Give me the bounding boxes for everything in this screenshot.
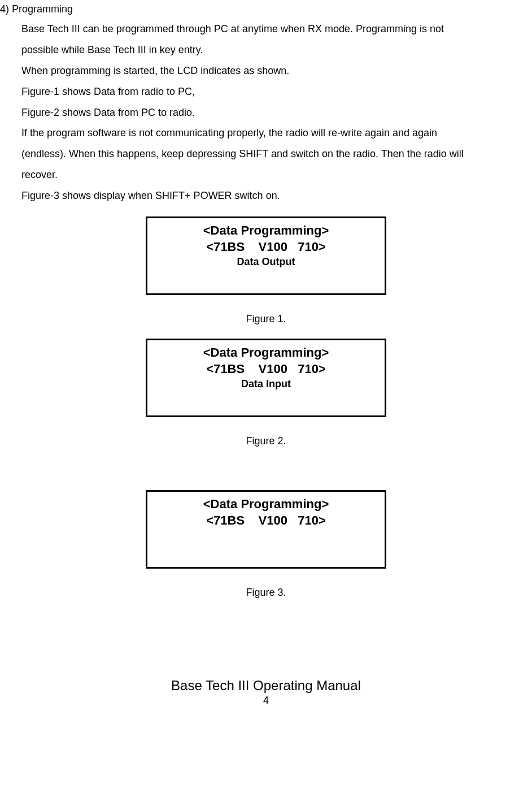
lcd-line: Data Input: [147, 378, 385, 390]
figure-caption-1: Figure 1.: [0, 313, 532, 325]
body-line: (endless). When this happens, keep depre…: [21, 144, 532, 164]
lcd-line: <71BS V100 710>: [147, 513, 385, 529]
figures-container: <Data Programming> <71BS V100 710> Data …: [0, 216, 532, 599]
body-line: recover.: [21, 164, 532, 185]
body-line: If the program software is not communica…: [21, 123, 532, 144]
footer-page-number: 4: [0, 695, 532, 707]
lcd-line: Data Output: [147, 256, 385, 268]
body-text-block: Base Tech III can be programmed through …: [21, 19, 532, 206]
lcd-line: <71BS V100 710>: [147, 239, 385, 255]
figure-caption-3: Figure 3.: [0, 587, 532, 599]
page-footer: Base Tech III Operating Manual 4: [0, 678, 532, 707]
body-line: When programming is started, the LCD ind…: [21, 60, 532, 81]
lcd-figure-1: <Data Programming> <71BS V100 710> Data …: [146, 216, 386, 295]
lcd-line: <71BS V100 710>: [147, 361, 385, 378]
document-page: 4) Programming Base Tech III can be prog…: [0, 3, 532, 724]
lcd-figure-2: <Data Programming> <71BS V100 710> Data …: [146, 339, 386, 417]
lcd-line: <Data Programming>: [147, 345, 385, 361]
body-line: possible while Base Tech III in key entr…: [21, 40, 532, 60]
section-heading: 4) Programming: [0, 3, 532, 15]
figure-caption-2: Figure 2.: [0, 435, 532, 447]
body-line: Figure-2 shows Data from PC to radio.: [21, 102, 532, 123]
spacer: [0, 461, 532, 490]
lcd-line: <Data Programming>: [147, 223, 385, 239]
lcd-line: <Data Programming>: [147, 496, 385, 513]
body-line: Figure-1 shows Data from radio to PC,: [21, 81, 532, 102]
body-line: Figure-3 shows display when SHIFT+ POWER…: [21, 185, 532, 206]
footer-title: Base Tech III Operating Manual: [0, 678, 532, 694]
lcd-figure-3: <Data Programming> <71BS V100 710>: [146, 490, 386, 569]
body-line: Base Tech III can be programmed through …: [21, 19, 532, 40]
